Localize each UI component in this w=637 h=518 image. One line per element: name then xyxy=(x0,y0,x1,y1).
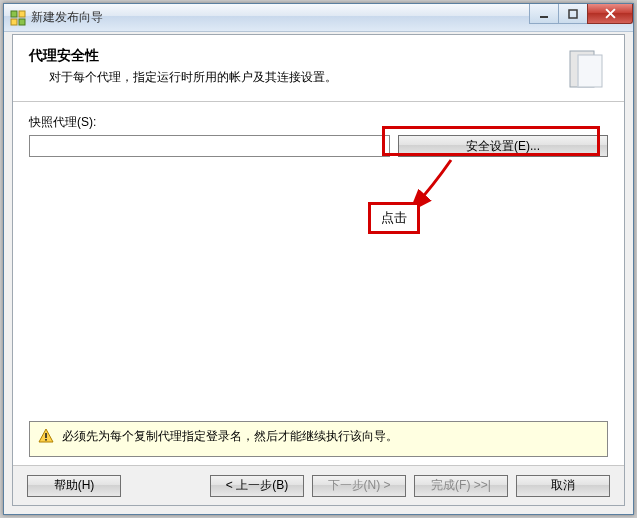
back-button[interactable]: < 上一步(B) xyxy=(210,475,304,497)
snapshot-agent-label: 快照代理(S): xyxy=(29,114,608,131)
help-button[interactable]: 帮助(H) xyxy=(27,475,121,497)
page-description: 对于每个代理，指定运行时所用的帐户及其连接设置。 xyxy=(29,69,556,86)
svg-rect-1 xyxy=(19,11,25,17)
cancel-button[interactable]: 取消 xyxy=(516,475,610,497)
header-graphic-icon xyxy=(564,47,608,91)
warning-text: 必须先为每个复制代理指定登录名，然后才能继续执行该向导。 xyxy=(62,428,398,445)
finish-button[interactable]: 完成(F) >>| xyxy=(414,475,508,497)
wizard-footer: 帮助(H) < 上一步(B) 下一步(N) > 完成(F) >>| 取消 xyxy=(13,465,624,505)
annotation-label: 点击 xyxy=(368,202,420,234)
wizard-dialog: 新建发布向导 代理安全性 对于每个代理，指定运行时所用的帐户及其连接设置。 xyxy=(3,3,634,515)
annotation-arrow-icon xyxy=(403,156,463,216)
maximize-button[interactable] xyxy=(558,4,588,24)
warning-bar: 必须先为每个复制代理指定登录名，然后才能继续执行该向导。 xyxy=(29,421,608,457)
app-icon xyxy=(10,10,26,26)
title-bar: 新建发布向导 xyxy=(4,4,633,32)
close-button[interactable] xyxy=(587,4,633,24)
svg-rect-2 xyxy=(11,19,17,25)
next-button[interactable]: 下一步(N) > xyxy=(312,475,406,497)
svg-rect-9 xyxy=(45,433,47,438)
svg-rect-3 xyxy=(19,19,25,25)
svg-rect-7 xyxy=(578,55,602,87)
annotation-label-text: 点击 xyxy=(381,210,407,225)
page-heading: 代理安全性 xyxy=(29,47,556,65)
svg-rect-10 xyxy=(45,439,47,441)
wizard-body: 快照代理(S): 安全设置(E)... 点击 xyxy=(13,102,624,422)
minimize-button[interactable] xyxy=(529,4,559,24)
svg-rect-0 xyxy=(11,11,17,17)
snapshot-agent-input[interactable] xyxy=(29,135,390,157)
svg-rect-4 xyxy=(540,16,548,18)
window-controls xyxy=(530,4,633,24)
window-title: 新建发布向导 xyxy=(31,9,103,26)
wizard-header: 代理安全性 对于每个代理，指定运行时所用的帐户及其连接设置。 xyxy=(13,35,624,102)
warning-icon xyxy=(38,428,54,444)
svg-rect-5 xyxy=(569,10,577,18)
client-area: 代理安全性 对于每个代理，指定运行时所用的帐户及其连接设置。 快照代理(S): … xyxy=(12,34,625,506)
security-settings-button[interactable]: 安全设置(E)... xyxy=(398,135,608,157)
